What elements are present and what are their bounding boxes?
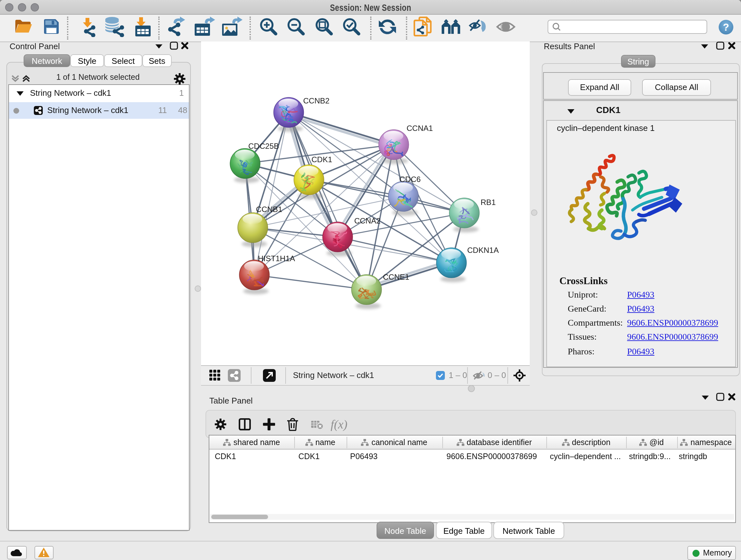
svg-text:CDK1: CDK1 — [312, 155, 332, 164]
svg-text:CCNB2: CCNB2 — [303, 97, 330, 105]
svg-text:CCNE1: CCNE1 — [383, 273, 409, 281]
svg-text:RB1: RB1 — [481, 198, 495, 206]
svg-text:CDC6: CDC6 — [400, 175, 421, 184]
svg-text:CDC25B: CDC25B — [248, 142, 279, 150]
svg-text:CCNA2: CCNA2 — [354, 216, 381, 225]
svg-text:CDKN1A: CDKN1A — [467, 246, 499, 254]
svg-text:HIST1H1A: HIST1H1A — [258, 254, 295, 263]
svg-text:CCNA1: CCNA1 — [407, 124, 433, 132]
svg-text:CCNB1: CCNB1 — [256, 205, 282, 213]
